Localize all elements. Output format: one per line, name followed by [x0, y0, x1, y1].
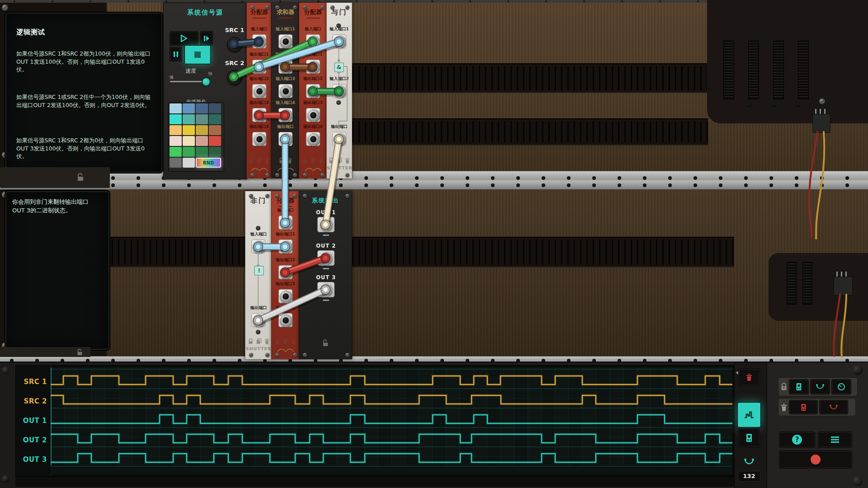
not-symbol-box: ! [254, 266, 264, 276]
note-panel-footer [0, 167, 110, 188]
copy-icon[interactable] [256, 157, 262, 164]
port-jack-dist2-out3[interactable] [306, 108, 321, 123]
module-footer-icons [272, 338, 299, 345]
note-panel-footer [0, 347, 90, 357]
lock-icon[interactable] [248, 338, 254, 345]
hint-text: 你会用到非门来翻转输出端口OUT 3的二进制状态。 [12, 197, 101, 215]
color-swatch[interactable] [196, 103, 208, 113]
color-swatch[interactable] [196, 114, 208, 124]
right-toolbar: ? [767, 362, 868, 488]
module-view-button[interactable] [738, 428, 760, 447]
color-swatch[interactable] [209, 114, 221, 124]
module-screw [293, 353, 297, 357]
note-paragraph: 如果信号源SRC 1或SRC 2任中一个为100伏，则向输出端口OUT 2发送1… [16, 93, 154, 109]
copy-icon[interactable] [256, 338, 262, 345]
unlock-timer-button[interactable] [831, 379, 851, 394]
color-swatch[interactable] [209, 125, 221, 135]
color-swatch[interactable] [196, 147, 208, 157]
unlock-icon [77, 173, 84, 182]
scope-view-button[interactable] [737, 402, 761, 427]
random-color-button[interactable]: RND [196, 158, 221, 168]
module-screw [275, 173, 279, 177]
panel-screw [853, 365, 863, 375]
module-footer-icons [299, 157, 327, 164]
module-screw [250, 5, 255, 9]
trash-icon[interactable] [344, 157, 350, 164]
color-swatch[interactable] [183, 147, 195, 157]
unlock-cable-button[interactable] [810, 379, 830, 394]
module-screw [330, 5, 335, 9]
lock-icon[interactable] [302, 157, 308, 164]
not-led [256, 330, 260, 334]
color-swatch[interactable] [196, 125, 208, 135]
module-screw [275, 353, 279, 357]
color-swatch[interactable] [183, 103, 195, 113]
module-screw [293, 5, 297, 9]
trash-icon[interactable] [291, 338, 297, 345]
brand-label: SHUTTER [327, 165, 352, 170]
color-swatch[interactable] [170, 147, 182, 157]
trash-icon[interactable] [318, 157, 324, 164]
scope-side-column: 132 [734, 362, 767, 488]
color-swatch[interactable] [196, 136, 208, 146]
color-swatch[interactable] [209, 136, 221, 146]
stop-button[interactable] [184, 45, 211, 64]
note-paragraph: 如果信号源SRC 1和SRC 2都为0伏，则向输出端口OUT 3发送100伏。否… [16, 136, 154, 160]
play-button[interactable] [170, 31, 198, 46]
lock-icon[interactable] [248, 157, 254, 164]
color-swatch[interactable] [183, 125, 195, 135]
speed-slider-knob[interactable] [202, 77, 211, 86]
pause-button[interactable] [170, 47, 182, 61]
scope-panel: 断点 SRC 1SRC 2OUT 1OUT 2OUT 3 132 [0, 361, 868, 488]
module-screw [275, 194, 279, 198]
cable[interactable] [280, 135, 290, 228]
output-led-dash [323, 268, 329, 269]
color-swatch[interactable] [183, 114, 195, 124]
module-title: 系统信号源 [164, 9, 247, 17]
cable[interactable] [254, 242, 290, 252]
help-button[interactable]: ? [779, 432, 815, 448]
lock-icon[interactable] [274, 338, 280, 345]
color-swatch[interactable] [209, 103, 221, 113]
trash-icon [780, 403, 788, 412]
port-jack-sum-in3[interactable] [278, 84, 293, 99]
not-led [256, 226, 260, 230]
module-icon [795, 382, 802, 391]
cable[interactable] [280, 62, 317, 72]
delete-module-button[interactable] [789, 400, 818, 414]
color-swatch[interactable] [170, 136, 182, 146]
module-screw [345, 5, 349, 9]
menu-button[interactable] [818, 432, 852, 448]
color-swatch[interactable] [209, 147, 221, 157]
delete-cable-button[interactable] [819, 400, 848, 414]
color-swatch[interactable] [170, 125, 182, 135]
trash-icon[interactable] [264, 338, 270, 345]
color-swatch[interactable] [170, 103, 182, 113]
menu-icon [830, 436, 840, 443]
copy-icon[interactable] [283, 338, 288, 345]
port-jack-sum-in1[interactable] [278, 34, 293, 49]
module-screw [265, 353, 269, 357]
scope-scrollbar[interactable] [15, 476, 734, 487]
module-screw [293, 194, 297, 198]
cable[interactable] [308, 87, 344, 96]
scope-trace-labels: SRC 1SRC 2OUT 1OUT 2OUT 3 [0, 362, 54, 480]
panel-screw [2, 475, 9, 483]
trash-icon [745, 373, 753, 381]
unlock-icon [322, 339, 329, 347]
cable[interactable] [254, 111, 290, 120]
color-swatch[interactable] [183, 158, 195, 168]
copy-icon[interactable] [310, 157, 316, 164]
color-swatch[interactable] [183, 136, 195, 146]
port-jack-dist1-out2[interactable] [252, 84, 267, 99]
color-swatch[interactable] [170, 158, 182, 168]
unlock-module-button[interactable] [789, 379, 809, 394]
delete-trace-button[interactable] [738, 369, 760, 386]
step-forward-button[interactable] [200, 31, 213, 46]
port-jack-dist2-out4[interactable] [306, 131, 321, 147]
step-forward-icon [203, 35, 210, 42]
trash-icon[interactable] [264, 157, 270, 164]
record-button[interactable] [779, 450, 852, 469]
color-swatch[interactable] [170, 114, 182, 124]
port-jack-dist1-out4[interactable] [252, 131, 267, 147]
